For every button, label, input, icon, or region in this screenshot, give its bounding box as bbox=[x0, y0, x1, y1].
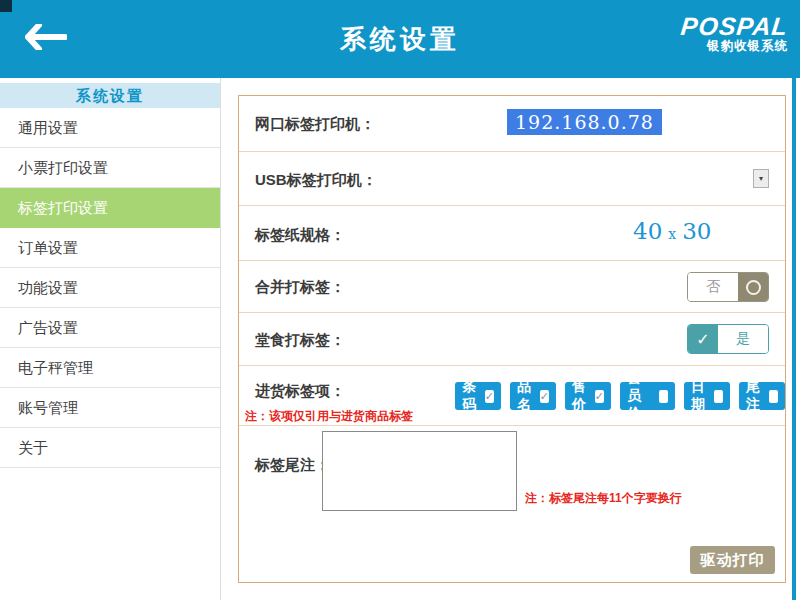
net-printer-label: 网口标签打印机： bbox=[255, 115, 375, 134]
purchase-item-options: 条码 ✓ 品名 ✓ 售价 ✓ 会员价 日期 bbox=[455, 382, 785, 410]
paper-size-label: 标签纸规格： bbox=[255, 226, 345, 245]
vertical-scrollbar[interactable] bbox=[792, 78, 796, 600]
radio-ring-icon bbox=[746, 280, 761, 295]
sidebar-item-account[interactable]: 账号管理 bbox=[0, 388, 220, 428]
merge-label-label: 合并打标签： bbox=[255, 278, 345, 297]
row-merge-label: 合并打标签： 否 bbox=[239, 261, 785, 313]
usb-printer-select[interactable]: ▾ bbox=[753, 169, 769, 188]
sidebar-item-receipt-print[interactable]: 小票打印设置 bbox=[0, 148, 220, 188]
chevron-down-icon: ▾ bbox=[759, 174, 763, 183]
row-purchase-items: 进货标签项： 条码 ✓ 品名 ✓ 售价 ✓ 会员价 bbox=[239, 366, 785, 426]
row-paper-size: 标签纸规格： 40x30 bbox=[239, 206, 785, 261]
row-usb-printer: USB标签打印机： ▾ bbox=[239, 152, 785, 206]
sidebar-item-about[interactable]: 关于 bbox=[0, 428, 220, 468]
option-sell-price[interactable]: 售价 ✓ bbox=[565, 382, 611, 410]
sidebar-item-function[interactable]: 功能设置 bbox=[0, 268, 220, 308]
paper-width-value: 40 bbox=[633, 218, 662, 244]
sidebar-item-scale[interactable]: 电子秤管理 bbox=[0, 348, 220, 388]
checkbox-unchecked-icon bbox=[714, 390, 723, 403]
checkbox-unchecked-icon bbox=[769, 390, 778, 403]
sidebar: 系统设置 通用设置 小票打印设置 标签打印设置 订单设置 功能设置 广告设置 电… bbox=[0, 78, 221, 600]
row-label-footer: 标签尾注： 注：标签尾注每11个字要换行 驱动打印 bbox=[239, 426, 785, 582]
checkbox-checked-icon: ✓ bbox=[595, 390, 604, 403]
corner-square bbox=[0, 0, 12, 12]
brand-name: POSPAL bbox=[680, 13, 790, 39]
option-date[interactable]: 日期 bbox=[684, 382, 730, 410]
sidebar-title: 系统设置 bbox=[0, 83, 220, 108]
toggle-on-text: 是 bbox=[718, 325, 768, 353]
label-footer-textarea[interactable] bbox=[322, 431, 517, 511]
merge-label-toggle[interactable]: 否 bbox=[687, 272, 769, 302]
option-barcode[interactable]: 条码 ✓ bbox=[455, 382, 501, 410]
checkbox-checked-icon: ✓ bbox=[485, 390, 494, 403]
option-label: 会员价 bbox=[627, 369, 654, 423]
toggle-knob bbox=[738, 273, 768, 301]
option-label: 条码 bbox=[462, 378, 480, 414]
sidebar-item-order[interactable]: 订单设置 bbox=[0, 228, 220, 268]
dinein-label-toggle[interactable]: ✓ 是 bbox=[687, 324, 769, 354]
brand-subtitle: 银豹收银系统 bbox=[681, 39, 788, 53]
brand-logo: POSPAL 银豹收银系统 bbox=[681, 13, 788, 53]
purchase-items-label: 进货标签项： bbox=[255, 382, 345, 401]
label-footer-label: 标签尾注： bbox=[255, 456, 330, 475]
option-label: 尾注 bbox=[746, 378, 764, 414]
drive-print-button[interactable]: 驱动打印 bbox=[690, 546, 775, 574]
option-footnote[interactable]: 尾注 bbox=[739, 382, 785, 410]
option-member-price[interactable]: 会员价 bbox=[620, 382, 675, 410]
row-net-printer: 网口标签打印机： 192.168.0.78 bbox=[239, 96, 785, 152]
paper-size-value[interactable]: 40x30 bbox=[633, 218, 711, 244]
option-label: 售价 bbox=[572, 378, 590, 414]
check-icon: ✓ bbox=[696, 330, 709, 349]
paper-height-value: 30 bbox=[682, 218, 711, 244]
sidebar-item-label-print[interactable]: 标签打印设置 bbox=[0, 188, 220, 228]
checkbox-checked-icon: ✓ bbox=[540, 390, 549, 403]
paper-size-separator: x bbox=[662, 226, 682, 242]
net-printer-ip-input[interactable]: 192.168.0.78 bbox=[507, 109, 662, 135]
sidebar-item-general[interactable]: 通用设置 bbox=[0, 108, 220, 148]
settings-screen: 系统设置 POSPAL 银豹收银系统 系统设置 通用设置 小票打印设置 标签打印… bbox=[0, 0, 800, 600]
toggle-off-text: 否 bbox=[688, 273, 738, 301]
row-dinein-label: 堂食打标签： ✓ 是 bbox=[239, 313, 785, 366]
option-label: 日期 bbox=[691, 378, 709, 414]
sidebar-item-ads[interactable]: 广告设置 bbox=[0, 308, 220, 348]
label-footer-note: 注：标签尾注每11个字要换行 bbox=[525, 490, 682, 507]
usb-printer-label: USB标签打印机： bbox=[255, 171, 377, 190]
settings-form-panel: 网口标签打印机： 192.168.0.78 USB标签打印机： ▾ 标签纸规格：… bbox=[238, 95, 786, 583]
option-label: 品名 bbox=[517, 378, 535, 414]
header-bar: 系统设置 POSPAL 银豹收银系统 bbox=[0, 0, 800, 78]
purchase-items-note: 注：该项仅引用与进货商品标签 bbox=[245, 408, 413, 425]
option-product-name[interactable]: 品名 ✓ bbox=[510, 382, 556, 410]
checkbox-unchecked-icon bbox=[659, 390, 668, 403]
dinein-label-label: 堂食打标签： bbox=[255, 331, 345, 350]
toggle-knob: ✓ bbox=[688, 325, 718, 353]
